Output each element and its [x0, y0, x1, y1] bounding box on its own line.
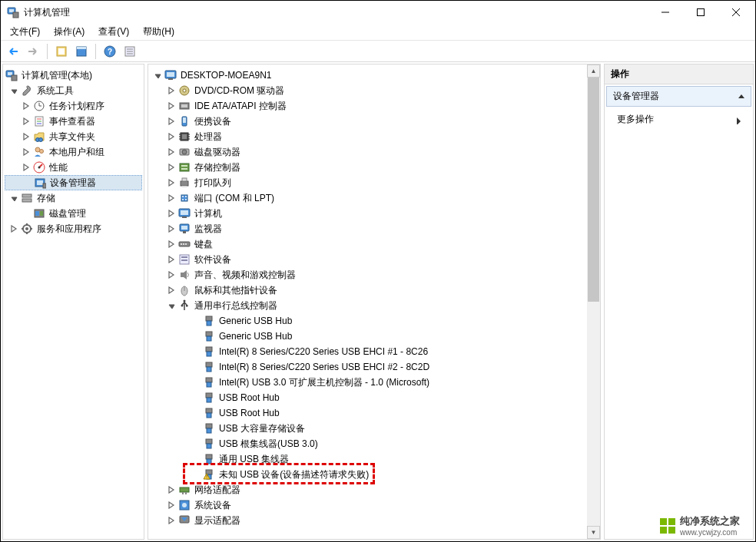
tree-item[interactable]: 声音、视频和游戏控制器 [150, 267, 598, 283]
tree-item[interactable]: 共享文件夹 [5, 129, 142, 144]
tree-item[interactable]: 系统设备 [150, 497, 598, 513]
expander-closed-icon[interactable] [167, 177, 177, 188]
expander-closed-icon[interactable] [22, 101, 32, 111]
tree-root[interactable]: 计算机管理(本地) [5, 68, 142, 83]
tree-item[interactable]: 便携设备 [150, 114, 598, 129]
close-button[interactable] [718, 1, 754, 24]
tree-label: USB Root Hub [217, 392, 280, 403]
tree-item[interactable]: 磁盘驱动器 [150, 144, 598, 160]
expander-closed-icon[interactable] [167, 285, 177, 296]
app-icon [7, 6, 19, 18]
expander-closed-icon[interactable] [167, 85, 177, 96]
tree-item[interactable]: 存储控制器 [150, 160, 598, 175]
tree-item[interactable]: USB Root Hub [150, 390, 598, 405]
tree-item[interactable]: 监视器 [150, 221, 598, 236]
expander-closed-icon[interactable] [9, 223, 20, 234]
back-button[interactable] [4, 43, 22, 60]
menu-file[interactable]: 文件(F) [4, 24, 46, 40]
portable-icon [178, 115, 191, 127]
console-tree-pane: 计算机管理(本地) 系统工具 任务计划程序事件查看器共享文件夹本地用户和组性能设… [2, 64, 144, 540]
tree-label: 本地用户和组 [48, 146, 104, 159]
expander-closed-icon[interactable] [167, 239, 177, 250]
toolbar-btn-1[interactable] [52, 43, 71, 60]
device-category-usb[interactable]: 通用串行总线控制器 [150, 298, 598, 313]
tree-item[interactable]: 未知 USB 设备(设备描述符请求失败) [150, 467, 598, 482]
tree-item[interactable]: 软件设备 [150, 252, 598, 267]
tree-item[interactable]: USB 根集线器(USB 3.0) [150, 436, 598, 451]
tree-system-tools[interactable]: 系统工具 [5, 83, 142, 98]
menu-action[interactable]: 操作(A) [48, 24, 91, 40]
tree-services[interactable]: 服务和应用程序 [5, 221, 142, 236]
expander-open-icon[interactable] [9, 85, 20, 96]
tree-item[interactable]: 性能 [5, 160, 142, 175]
tree-item[interactable]: Intel(R) USB 3.0 可扩展主机控制器 - 1.0 (Microso… [150, 375, 598, 390]
scroll-track[interactable] [587, 78, 600, 526]
tree-item[interactable]: 鼠标和其他指针设备 [150, 283, 598, 298]
menu-help[interactable]: 帮助(H) [137, 24, 181, 40]
tree-item[interactable]: 网络适配器 [150, 482, 598, 497]
expander-closed-icon[interactable] [167, 254, 177, 265]
expander-closed-icon[interactable] [167, 515, 177, 526]
tree-item[interactable]: 设备管理器 [5, 175, 142, 190]
actions-context[interactable]: 设备管理器 [606, 86, 751, 107]
tree-item[interactable]: 磁盘管理 [5, 206, 142, 221]
expander-closed-icon[interactable] [167, 269, 177, 280]
scroll-thumb[interactable] [588, 78, 599, 302]
scroll-down-button[interactable]: ▼ [587, 526, 600, 539]
expander-closed-icon[interactable] [167, 116, 177, 127]
tree-item[interactable]: 打印队列 [150, 175, 598, 190]
usb-dev-icon [203, 438, 215, 450]
tree-item[interactable]: 任务计划程序 [5, 98, 142, 114]
tree-item[interactable]: 通用 USB 集线器 [150, 451, 598, 467]
tree-item[interactable]: USB 大容量存储设备 [150, 421, 598, 436]
expander-closed-icon[interactable] [167, 101, 177, 111]
expander-open-icon[interactable] [9, 193, 20, 203]
expander-closed-icon[interactable] [22, 162, 32, 173]
expander-closed-icon[interactable] [22, 116, 32, 127]
tree-item[interactable]: 端口 (COM 和 LPT) [150, 190, 598, 206]
tree-item[interactable]: 事件查看器 [5, 114, 142, 129]
tree-item[interactable]: 本地用户和组 [5, 144, 142, 160]
windows-logo-icon [660, 518, 675, 534]
expander-closed-icon[interactable] [167, 500, 177, 511]
usb-dev-icon [203, 422, 215, 435]
action-more[interactable]: 更多操作 [605, 108, 753, 131]
tree-item[interactable]: DVD/CD-ROM 驱动器 [150, 83, 598, 98]
expander-closed-icon[interactable] [22, 147, 32, 157]
expander-closed-icon[interactable] [22, 131, 32, 142]
watermark-url: www.ycwjzy.com [680, 528, 740, 537]
expander-closed-icon[interactable] [167, 484, 177, 495]
tree-item[interactable]: Generic USB Hub [150, 313, 598, 329]
expander-closed-icon[interactable] [167, 223, 177, 234]
tree-item[interactable]: Generic USB Hub [150, 329, 598, 344]
menu-view[interactable]: 查看(V) [92, 24, 135, 40]
expander-closed-icon[interactable] [167, 131, 177, 142]
minimize-button[interactable] [648, 1, 683, 24]
tree-item[interactable]: Intel(R) 8 Series/C220 Series USB EHCI #… [150, 344, 598, 359]
usb-dev-icon [203, 345, 215, 358]
scroll-up-button[interactable]: ▲ [587, 64, 600, 78]
help-button[interactable] [101, 43, 119, 60]
device-root[interactable]: DESKTOP-MOEA9N1 [150, 68, 598, 83]
forward-button[interactable] [24, 43, 42, 60]
toolbar-btn-4[interactable] [121, 43, 139, 60]
tree-item[interactable]: 处理器 [150, 129, 598, 144]
tree-item[interactable]: Intel(R) 8 Series/C220 Series USB EHCI #… [150, 359, 598, 375]
expander-closed-icon[interactable] [167, 208, 177, 219]
tree-item[interactable]: 计算机 [150, 206, 598, 221]
toolbar-btn-2[interactable] [72, 43, 91, 60]
expander-open-icon[interactable] [153, 70, 164, 81]
tree-label: IDE ATA/ATAPI 控制器 [193, 100, 287, 113]
watermark-title: 纯净系统之家 [680, 515, 740, 527]
tree-item[interactable]: IDE ATA/ATAPI 控制器 [150, 98, 598, 114]
expander-closed-icon[interactable] [167, 147, 177, 157]
maximize-button[interactable] [683, 1, 718, 24]
tree-item[interactable]: 键盘 [150, 236, 598, 252]
tree-item[interactable]: USB Root Hub [150, 405, 598, 421]
expander-closed-icon[interactable] [167, 162, 177, 173]
expander-closed-icon[interactable] [167, 193, 177, 203]
expander-open-icon[interactable] [167, 300, 177, 311]
tree-storage[interactable]: 存储 [5, 190, 142, 206]
vertical-scrollbar[interactable]: ▲ ▼ [587, 64, 600, 539]
tree-item[interactable]: 显示适配器 [150, 513, 598, 528]
